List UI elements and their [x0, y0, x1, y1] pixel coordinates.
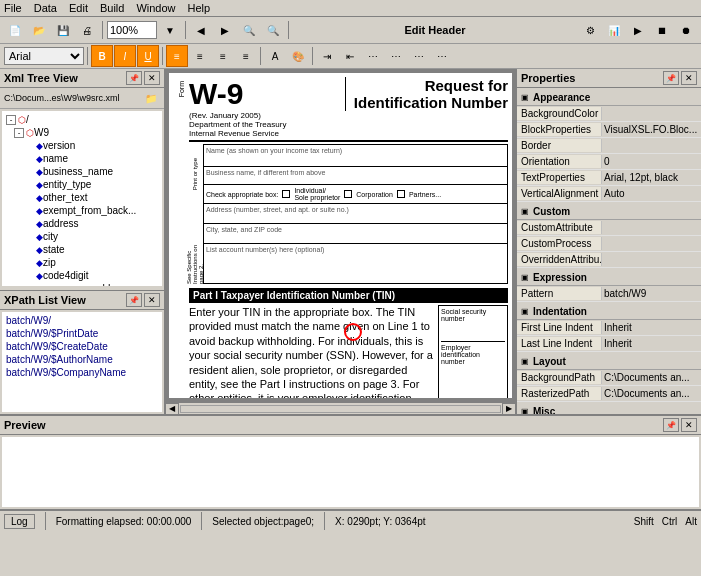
open-btn[interactable]: 📂 — [28, 19, 50, 41]
tree-root-slash[interactable]: - ⬡ / — [4, 113, 160, 126]
pin-preview-btn[interactable]: 📌 — [663, 418, 679, 432]
layout-section: ▣ Layout BackgroundPath C:\Documents an.… — [517, 354, 701, 402]
menu-edit[interactable]: Edit — [69, 2, 88, 14]
expand-indentation: ▣ — [521, 307, 531, 316]
align-right-btn[interactable]: ≡ — [212, 45, 234, 67]
layout-section-header[interactable]: ▣ Layout — [517, 354, 701, 370]
save-btn[interactable]: 💾 — [52, 19, 74, 41]
xpath-list[interactable]: batch/W9/ batch/W9/$PrintDate batch/W9/$… — [2, 312, 162, 412]
center-content[interactable]: Form W-9 (Rev. January 2005) Department … — [165, 69, 516, 414]
xpath-item-1[interactable]: batch/W9/$PrintDate — [4, 327, 160, 340]
close-props-btn[interactable]: ✕ — [681, 71, 697, 85]
xml-tree[interactable]: - ⬡ / - ⬡ W9 ◆ version ◆ name ◆ — [2, 111, 162, 286]
menu-build[interactable]: Build — [100, 2, 124, 14]
align-left-btn[interactable]: ≡ — [166, 45, 188, 67]
tree-entity-type[interactable]: ◆ entity_type — [4, 178, 160, 191]
xml-tree-title: Xml Tree View — [4, 72, 78, 84]
tree-req-name[interactable]: ◆ req_name_address — [4, 282, 160, 286]
zoom-input[interactable] — [107, 21, 157, 39]
xpath-item-0[interactable]: batch/W9/ — [4, 314, 160, 327]
tree-exempt[interactable]: ◆ exempt_from_back... — [4, 204, 160, 217]
custom-section-header[interactable]: ▣ Custom — [517, 204, 701, 220]
cb-partner-label: Partners... — [409, 191, 441, 198]
scroll-right-btn[interactable]: ▶ — [502, 403, 516, 415]
tree-zip[interactable]: ◆ zip — [4, 256, 160, 269]
align-center-btn[interactable]: ≡ — [189, 45, 211, 67]
bg-color-btn[interactable]: 🎨 — [287, 45, 309, 67]
tb-btn-2[interactable]: ▶ — [214, 19, 236, 41]
scroll-left-btn[interactable]: ◀ — [165, 403, 179, 415]
attr-icon-name: ◆ — [36, 154, 43, 164]
xpath-item-2[interactable]: batch/W9/$CreateDate — [4, 340, 160, 353]
irs-label: Internal Revenue Service — [189, 129, 286, 138]
misc-section-header[interactable]: ▣ Misc — [517, 404, 701, 414]
expand-w9[interactable]: - — [14, 128, 24, 138]
menu-window[interactable]: Window — [136, 2, 175, 14]
tree-other-text[interactable]: ◆ other_text — [4, 191, 160, 204]
zoom-dropdown[interactable]: ▼ — [159, 19, 181, 41]
expression-section-header[interactable]: ▣ Expression — [517, 270, 701, 286]
xpath-item-3[interactable]: batch/W9/$AuthorName — [4, 353, 160, 366]
tree-code4digit[interactable]: ◆ code4digit — [4, 269, 160, 282]
indentation-section-header[interactable]: ▣ Indentation — [517, 304, 701, 320]
align-justify-btn[interactable]: ≡ — [235, 45, 257, 67]
browse-xml-btn[interactable]: 📁 — [142, 90, 160, 106]
status-sep1 — [45, 512, 46, 530]
status-sep2 — [201, 512, 202, 530]
tree-city[interactable]: ◆ city — [4, 230, 160, 243]
red-circle-marker — [344, 323, 362, 341]
log-button[interactable]: Log — [4, 514, 35, 529]
tb-right-3[interactable]: ▶ — [627, 19, 649, 41]
indent-btn[interactable]: ⇥ — [316, 45, 338, 67]
more-btn-1[interactable]: ⋯ — [362, 45, 384, 67]
pin-props-btn[interactable]: 📌 — [663, 71, 679, 85]
pin-btn[interactable]: 📌 — [126, 71, 142, 85]
attr-icon-req: ◆ — [36, 284, 43, 287]
close-xpath-btn[interactable]: ✕ — [144, 293, 160, 307]
more-btn-2[interactable]: ⋯ — [385, 45, 407, 67]
close-xml-btn[interactable]: ✕ — [144, 71, 160, 85]
left-panel: Xml Tree View 📌 ✕ C:\Docum...es\W9\w9src… — [0, 69, 165, 414]
underline-btn[interactable]: U — [137, 45, 159, 67]
font-select[interactable]: Arial — [4, 47, 84, 65]
tb-right-4[interactable]: ⏹ — [651, 19, 673, 41]
bold-btn[interactable]: B — [91, 45, 113, 67]
tree-version[interactable]: ◆ version — [4, 139, 160, 152]
expand-root[interactable]: - — [6, 115, 16, 125]
tb-btn-4[interactable]: 🔍 — [262, 19, 284, 41]
italic-btn[interactable]: I — [114, 45, 136, 67]
tb-right-1[interactable]: ⚙ — [579, 19, 601, 41]
outdent-btn[interactable]: ⇤ — [339, 45, 361, 67]
attr-icon-business: ◆ — [36, 167, 43, 177]
cb-partner[interactable] — [397, 190, 405, 198]
tree-business-name[interactable]: ◆ business_name — [4, 165, 160, 178]
tree-state[interactable]: ◆ state — [4, 243, 160, 256]
cb-corp[interactable] — [344, 190, 352, 198]
menu-data[interactable]: Data — [34, 2, 57, 14]
more-btn-3[interactable]: ⋯ — [408, 45, 430, 67]
tree-address[interactable]: ◆ address — [4, 217, 160, 230]
prop-orientation: Orientation 0 — [517, 154, 701, 170]
print-btn[interactable]: 🖨 — [76, 19, 98, 41]
pin-xpath-btn[interactable]: 📌 — [126, 293, 142, 307]
more-btn-4[interactable]: ⋯ — [431, 45, 453, 67]
menu-help[interactable]: Help — [188, 2, 211, 14]
prop-border: Border — [517, 138, 701, 154]
status-sep3 — [324, 512, 325, 530]
close-preview-btn[interactable]: ✕ — [681, 418, 697, 432]
tree-w9[interactable]: - ⬡ W9 — [4, 126, 160, 139]
appearance-section-header[interactable]: ▣ Appearance — [517, 90, 701, 106]
cb-individual[interactable] — [282, 190, 290, 198]
new-btn[interactable]: 📄 — [4, 19, 26, 41]
font-color-btn[interactable]: A — [264, 45, 286, 67]
menu-file[interactable]: File — [4, 2, 22, 14]
attr-icon-zip: ◆ — [36, 258, 43, 268]
layout-title: Layout — [533, 356, 566, 367]
tb-btn-3[interactable]: 🔍 — [238, 19, 260, 41]
tb-btn-1[interactable]: ◀ — [190, 19, 212, 41]
tb-right-2[interactable]: 📊 — [603, 19, 625, 41]
xpath-item-4[interactable]: batch/W9/$CompanyName — [4, 366, 160, 379]
tree-name[interactable]: ◆ name — [4, 152, 160, 165]
attr-icon-code: ◆ — [36, 271, 43, 281]
tb-right-5[interactable]: ⏺ — [675, 19, 697, 41]
